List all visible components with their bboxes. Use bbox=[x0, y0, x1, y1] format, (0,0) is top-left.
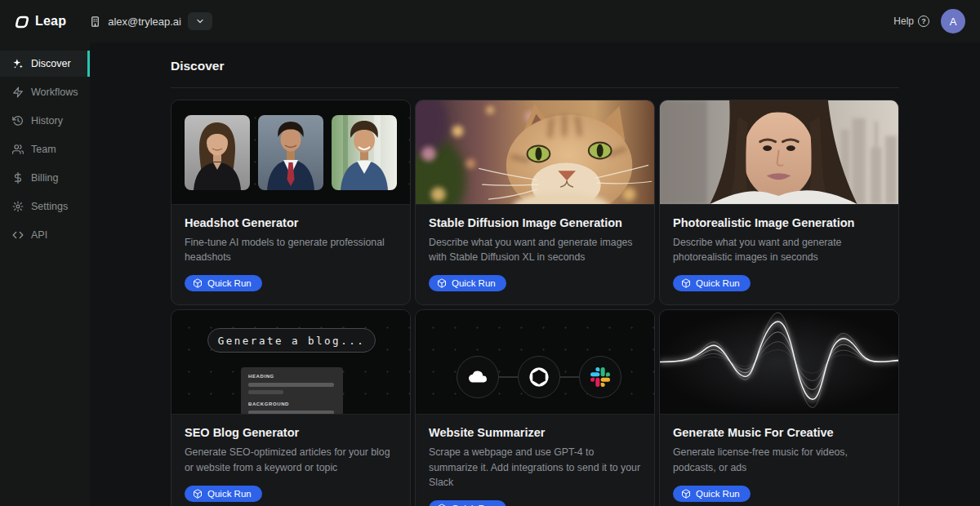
help-button[interactable]: Help ? bbox=[893, 16, 929, 27]
history-clock-icon bbox=[12, 115, 24, 126]
brand[interactable]: Leap bbox=[15, 14, 66, 29]
sidebar-item-label: API bbox=[31, 229, 47, 241]
card-thumbnail-headshots bbox=[172, 100, 410, 205]
page-title: Discover bbox=[171, 59, 899, 73]
headshot-photo-2 bbox=[258, 115, 323, 190]
sidebar-item-history[interactable]: History bbox=[0, 108, 90, 134]
card-thumbnail-pipeline bbox=[416, 310, 654, 415]
card-title: Headshot Generator bbox=[185, 216, 397, 229]
card-thumbnail-cat bbox=[416, 100, 654, 205]
blog-settings-panel: HEADING BACKGROUND bbox=[241, 367, 343, 415]
card-grid: Headshot Generator Fine-tune AI models t… bbox=[171, 100, 899, 506]
sidebar-item-billing[interactable]: Billing bbox=[0, 165, 90, 191]
blog-prompt-pill: Generate a blog... bbox=[207, 328, 376, 353]
card-description: Generate SEO-optimized articles for your… bbox=[185, 445, 397, 474]
card-seo-blog-generator[interactable]: Generate a blog... HEADING BACKGROUND SE… bbox=[171, 309, 411, 506]
quick-run-button[interactable]: Quick Run bbox=[429, 500, 506, 506]
sidebar: Discover Workflows History Team bbox=[0, 42, 90, 506]
openai-node bbox=[518, 356, 560, 398]
sidebar-item-team[interactable]: Team bbox=[0, 136, 90, 162]
slack-node bbox=[579, 356, 621, 398]
cloud-icon bbox=[467, 366, 488, 388]
cube-icon bbox=[681, 278, 691, 288]
card-title: Website Summarizer bbox=[429, 426, 641, 439]
card-title: SEO Blog Generator bbox=[185, 426, 397, 439]
cube-icon bbox=[193, 278, 203, 288]
account-dropdown-button[interactable] bbox=[188, 12, 212, 30]
gear-icon bbox=[12, 201, 24, 212]
brand-name: Leap bbox=[35, 14, 66, 29]
sidebar-item-label: Discover bbox=[31, 58, 71, 69]
dollar-icon bbox=[12, 172, 24, 184]
quick-run-label: Quick Run bbox=[696, 278, 740, 288]
quick-run-button[interactable]: Quick Run bbox=[429, 275, 506, 291]
card-description: Describe what you want and generate imag… bbox=[429, 235, 641, 264]
sidebar-item-discover[interactable]: Discover bbox=[0, 51, 90, 77]
card-thumbnail-waveform bbox=[660, 310, 898, 415]
divider bbox=[171, 87, 899, 88]
quick-run-label: Quick Run bbox=[452, 278, 496, 288]
card-description: Fine-tune AI models to generate professi… bbox=[185, 235, 397, 264]
card-description: Scrape a webpage and use GPT-4 to summar… bbox=[429, 445, 641, 490]
card-website-summarizer[interactable]: Website Summarizer Scrape a webpage and … bbox=[415, 309, 655, 506]
account-email: alex@tryleap.ai bbox=[108, 16, 181, 28]
topbar: Leap alex@tryleap.ai Help ? A bbox=[0, 0, 980, 42]
slack-icon bbox=[590, 367, 610, 387]
sidebar-item-label: Billing bbox=[31, 172, 58, 184]
sidebar-item-label: Settings bbox=[31, 201, 68, 212]
placeholder-bar bbox=[248, 383, 334, 387]
code-icon bbox=[12, 229, 24, 241]
headshot-photo-3 bbox=[332, 115, 397, 190]
quick-run-button[interactable]: Quick Run bbox=[673, 486, 751, 502]
panel-label-heading: HEADING bbox=[248, 374, 336, 379]
openai-icon bbox=[527, 365, 551, 389]
card-title: Photorealistic Image Generation bbox=[673, 216, 885, 229]
help-question-icon: ? bbox=[918, 16, 929, 27]
lightning-icon bbox=[12, 87, 24, 98]
card-photorealistic[interactable]: Photorealistic Image Generation Describe… bbox=[659, 100, 899, 305]
cloud-node bbox=[457, 356, 499, 398]
sidebar-item-workflows[interactable]: Workflows bbox=[0, 79, 90, 105]
card-thumbnail-blog-mock: Generate a blog... HEADING BACKGROUND bbox=[172, 310, 410, 415]
quick-run-button[interactable]: Quick Run bbox=[185, 275, 262, 291]
placeholder-bar bbox=[248, 411, 334, 415]
main-content: Discover bbox=[90, 42, 980, 506]
card-description: Generate license-free music for videos, … bbox=[673, 445, 885, 474]
sidebar-item-settings[interactable]: Settings bbox=[0, 193, 90, 220]
card-thumbnail-woman bbox=[660, 100, 898, 205]
quick-run-label: Quick Run bbox=[696, 489, 740, 499]
card-stable-diffusion[interactable]: Stable Diffusion Image Generation Descri… bbox=[415, 100, 655, 305]
cube-icon bbox=[193, 489, 203, 499]
account-switcher[interactable]: alex@tryleap.ai bbox=[89, 16, 181, 28]
card-generate-music[interactable]: Generate Music For Creative Generate lic… bbox=[659, 309, 899, 506]
blog-prompt-text: Generate a blog... bbox=[218, 335, 365, 347]
cube-icon bbox=[681, 489, 691, 499]
sidebar-item-label: Workflows bbox=[31, 87, 78, 98]
panel-label-background: BACKGROUND bbox=[248, 402, 336, 406]
avatar[interactable]: A bbox=[941, 9, 965, 33]
card-headshot-generator[interactable]: Headshot Generator Fine-tune AI models t… bbox=[171, 100, 411, 305]
building-icon bbox=[89, 16, 101, 28]
placeholder-bar bbox=[248, 390, 283, 394]
team-icon bbox=[12, 144, 24, 155]
leap-logo-icon bbox=[15, 14, 29, 29]
sidebar-item-label: History bbox=[31, 115, 63, 126]
sparkles-icon bbox=[12, 58, 24, 69]
sidebar-item-api[interactable]: API bbox=[0, 222, 90, 248]
quick-run-label: Quick Run bbox=[207, 278, 252, 288]
chevron-down-icon bbox=[195, 16, 205, 26]
quick-run-button[interactable]: Quick Run bbox=[673, 275, 751, 291]
card-title: Generate Music For Creative bbox=[673, 426, 885, 439]
headshot-photo-1 bbox=[185, 115, 250, 190]
card-title: Stable Diffusion Image Generation bbox=[429, 216, 641, 229]
quick-run-button[interactable]: Quick Run bbox=[185, 486, 262, 502]
help-label: Help bbox=[893, 16, 914, 27]
quick-run-label: Quick Run bbox=[207, 489, 252, 499]
cube-icon bbox=[437, 278, 447, 288]
sidebar-item-label: Team bbox=[31, 144, 56, 155]
card-description: Describe what you want and generate phot… bbox=[673, 235, 885, 264]
waveform-graphic bbox=[660, 310, 898, 414]
